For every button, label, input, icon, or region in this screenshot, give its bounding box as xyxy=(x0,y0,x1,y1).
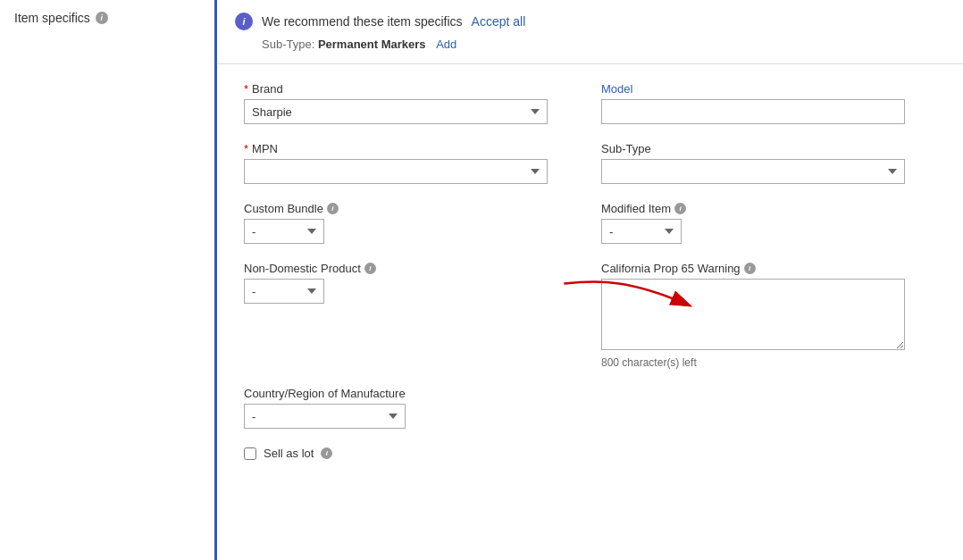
ca-prop-field: California Prop 65 Warning i 800 charact… xyxy=(601,262,905,369)
sub-type-row-label: Sub-Type: xyxy=(262,38,314,51)
sidebar: Item specifics i xyxy=(0,0,214,560)
non-domestic-info-icon[interactable]: i xyxy=(364,263,376,274)
custom-bundle-label: Custom Bundle i xyxy=(244,202,548,215)
sell-as-lot-label: Sell as lot xyxy=(264,447,314,460)
custom-bundle-info-icon[interactable]: i xyxy=(327,203,339,214)
modified-item-label: Modified Item i xyxy=(601,202,905,215)
recommendation-bar: i We recommend these item specifics Acce… xyxy=(217,0,963,64)
model-input[interactable] xyxy=(601,99,905,124)
form-area: *Brand Sharpie Model *MPN xyxy=(217,64,963,478)
ca-prop-info-icon[interactable]: i xyxy=(744,263,756,274)
recommendation-top: i We recommend these item specifics Acce… xyxy=(235,13,945,30)
custom-bundle-field: Custom Bundle i - xyxy=(244,202,548,244)
custom-bundle-select[interactable]: - xyxy=(244,219,324,244)
page-layout: Item specifics i i We recommend these it… xyxy=(0,0,963,560)
mpn-label: *MPN xyxy=(244,142,548,155)
brand-required-star: * xyxy=(244,82,248,96)
ca-prop-char-count: 800 character(s) left xyxy=(601,356,905,369)
sell-as-lot-row: Sell as lot i xyxy=(244,447,936,460)
recommendation-text: We recommend these item specifics xyxy=(262,14,463,29)
brand-model-row: *Brand Sharpie Model xyxy=(244,82,936,124)
sell-as-lot-checkbox[interactable] xyxy=(244,447,256,460)
main-content: i We recommend these item specifics Acce… xyxy=(214,0,963,560)
sub-type-field-label: Sub-Type xyxy=(601,142,905,155)
country-select[interactable]: - xyxy=(244,404,406,429)
model-label: Model xyxy=(601,82,905,96)
modified-item-info-icon[interactable]: i xyxy=(674,203,686,214)
sidebar-title: Item specifics i xyxy=(14,11,200,25)
modified-item-field: Modified Item i - xyxy=(601,202,905,244)
mpn-required-star: * xyxy=(244,142,248,155)
mpn-select[interactable] xyxy=(244,159,548,184)
non-domestic-label: Non-Domestic Product i xyxy=(244,262,548,275)
sub-type-row-value: Permanent Markers xyxy=(318,38,426,51)
mpn-field: *MPN xyxy=(244,142,548,184)
ca-prop-label: California Prop 65 Warning i xyxy=(601,262,905,275)
non-domestic-field: Non-Domestic Product i - xyxy=(244,262,548,369)
sub-type-row: Sub-Type: Permanent Markers Add xyxy=(235,38,945,51)
custom-bundle-modified-row: Custom Bundle i - Modified Item i - xyxy=(244,202,936,244)
add-link[interactable]: Add xyxy=(436,38,456,51)
item-specifics-label: Item specifics xyxy=(14,11,90,25)
recommendation-info-icon: i xyxy=(235,13,253,30)
brand-field: *Brand Sharpie xyxy=(244,82,548,124)
non-domestic-select[interactable]: - xyxy=(244,279,324,304)
sub-type-select[interactable] xyxy=(601,159,905,184)
brand-label: *Brand xyxy=(244,82,548,96)
sub-type-field: Sub-Type xyxy=(601,142,905,184)
country-row: Country/Region of Manufacture - xyxy=(244,387,936,429)
non-domestic-ca-row: Non-Domestic Product i - California Prop… xyxy=(244,262,936,369)
accept-all-link[interactable]: Accept all xyxy=(472,14,526,29)
brand-select[interactable]: Sharpie xyxy=(244,99,548,124)
mpn-subtype-row: *MPN Sub-Type xyxy=(244,142,936,184)
country-label: Country/Region of Manufacture xyxy=(244,387,406,400)
modified-item-select[interactable]: - xyxy=(601,219,682,244)
country-field: Country/Region of Manufacture - xyxy=(244,387,406,429)
sell-as-lot-info-icon[interactable]: i xyxy=(321,447,332,459)
model-field: Model xyxy=(601,82,905,124)
ca-prop-textarea[interactable] xyxy=(601,279,905,350)
item-specifics-info-icon[interactable]: i xyxy=(96,12,108,24)
